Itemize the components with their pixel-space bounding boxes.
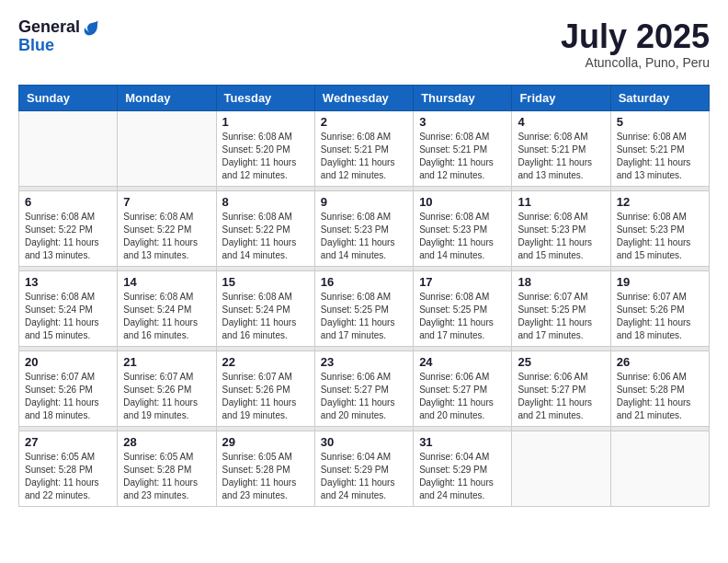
calendar-cell: 27Sunrise: 6:05 AMSunset: 5:28 PMDayligh… [19,431,118,506]
weekday-header-thursday: Thursday [414,85,512,110]
day-number: 21 [123,355,210,369]
calendar-cell: 1Sunrise: 6:08 AMSunset: 5:20 PMDaylight… [216,110,314,186]
calendar-cell: 8Sunrise: 6:08 AMSunset: 5:22 PMDaylight… [216,190,314,266]
calendar-cell: 11Sunrise: 6:08 AMSunset: 5:23 PMDayligh… [512,190,610,266]
logo: General Blue [18,18,100,55]
month-title: July 2025 [561,18,710,55]
calendar-cell: 4Sunrise: 6:08 AMSunset: 5:21 PMDaylight… [512,110,610,186]
day-number: 26 [617,355,703,369]
day-info: Sunrise: 6:07 AMSunset: 5:26 PMDaylight:… [617,291,703,342]
calendar-cell: 3Sunrise: 6:08 AMSunset: 5:21 PMDaylight… [414,110,512,186]
title-area: July 2025 Atuncolla, Puno, Peru [561,18,710,70]
calendar-cell: 17Sunrise: 6:08 AMSunset: 5:25 PMDayligh… [414,270,512,346]
day-number: 8 [222,195,309,209]
calendar-week-row: 20Sunrise: 6:07 AMSunset: 5:26 PMDayligh… [19,350,710,426]
weekday-header-sunday: Sunday [19,85,118,110]
weekday-header-monday: Monday [118,85,216,110]
day-info: Sunrise: 6:08 AMSunset: 5:21 PMDaylight:… [518,131,604,182]
calendar-week-row: 13Sunrise: 6:08 AMSunset: 5:24 PMDayligh… [19,270,710,346]
calendar-cell: 14Sunrise: 6:08 AMSunset: 5:24 PMDayligh… [118,270,216,346]
day-info: Sunrise: 6:08 AMSunset: 5:21 PMDaylight:… [617,131,703,182]
location-subtitle: Atuncolla, Puno, Peru [561,55,710,70]
calendar-week-row: 6Sunrise: 6:08 AMSunset: 5:22 PMDaylight… [19,190,710,266]
day-number: 6 [25,195,111,209]
calendar-cell: 12Sunrise: 6:08 AMSunset: 5:23 PMDayligh… [610,190,709,266]
calendar-cell: 7Sunrise: 6:08 AMSunset: 5:22 PMDaylight… [118,190,216,266]
calendar-cell: 19Sunrise: 6:07 AMSunset: 5:26 PMDayligh… [610,270,709,346]
day-info: Sunrise: 6:05 AMSunset: 5:28 PMDaylight:… [123,451,210,502]
day-info: Sunrise: 6:08 AMSunset: 5:22 PMDaylight:… [222,211,309,262]
logo-bird-icon [82,18,100,37]
calendar-week-row: 1Sunrise: 6:08 AMSunset: 5:20 PMDaylight… [19,110,710,186]
day-info: Sunrise: 6:08 AMSunset: 5:24 PMDaylight:… [222,291,309,342]
calendar-cell: 28Sunrise: 6:05 AMSunset: 5:28 PMDayligh… [118,431,216,506]
calendar-cell: 30Sunrise: 6:04 AMSunset: 5:29 PMDayligh… [314,431,413,506]
day-info: Sunrise: 6:08 AMSunset: 5:21 PMDaylight:… [321,131,407,182]
day-number: 19 [617,275,703,289]
day-info: Sunrise: 6:04 AMSunset: 5:29 PMDaylight:… [419,451,506,502]
calendar-cell: 18Sunrise: 6:07 AMSunset: 5:25 PMDayligh… [512,270,610,346]
day-info: Sunrise: 6:08 AMSunset: 5:22 PMDaylight:… [25,211,111,262]
calendar-cell [512,431,610,506]
weekday-header-saturday: Saturday [610,85,709,110]
calendar-cell: 25Sunrise: 6:06 AMSunset: 5:27 PMDayligh… [512,350,610,426]
day-info: Sunrise: 6:07 AMSunset: 5:26 PMDaylight:… [25,371,111,422]
calendar-cell: 31Sunrise: 6:04 AMSunset: 5:29 PMDayligh… [414,431,512,506]
day-number: 5 [617,115,703,129]
calendar-cell: 20Sunrise: 6:07 AMSunset: 5:26 PMDayligh… [19,350,118,426]
weekday-header-wednesday: Wednesday [314,85,413,110]
day-number: 27 [25,435,111,449]
day-info: Sunrise: 6:08 AMSunset: 5:24 PMDaylight:… [123,291,210,342]
calendar-cell: 24Sunrise: 6:06 AMSunset: 5:27 PMDayligh… [414,350,512,426]
calendar-cell: 23Sunrise: 6:06 AMSunset: 5:27 PMDayligh… [314,350,413,426]
day-info: Sunrise: 6:08 AMSunset: 5:25 PMDaylight:… [321,291,407,342]
day-number: 16 [321,275,407,289]
day-info: Sunrise: 6:08 AMSunset: 5:23 PMDaylight:… [518,211,604,262]
day-number: 9 [321,195,407,209]
calendar-table: SundayMondayTuesdayWednesdayThursdayFrid… [18,85,710,507]
logo-general-text: General [18,18,80,37]
day-info: Sunrise: 6:08 AMSunset: 5:22 PMDaylight:… [123,211,210,262]
day-info: Sunrise: 6:06 AMSunset: 5:27 PMDaylight:… [518,371,604,422]
calendar-cell: 15Sunrise: 6:08 AMSunset: 5:24 PMDayligh… [216,270,314,346]
day-number: 7 [123,195,210,209]
calendar-cell: 6Sunrise: 6:08 AMSunset: 5:22 PMDaylight… [19,190,118,266]
day-info: Sunrise: 6:08 AMSunset: 5:25 PMDaylight:… [419,291,506,342]
day-info: Sunrise: 6:05 AMSunset: 5:28 PMDaylight:… [222,451,309,502]
calendar-cell: 26Sunrise: 6:06 AMSunset: 5:28 PMDayligh… [610,350,709,426]
weekday-header-tuesday: Tuesday [216,85,314,110]
day-number: 20 [25,355,111,369]
day-info: Sunrise: 6:07 AMSunset: 5:25 PMDaylight:… [518,291,604,342]
day-number: 17 [419,275,506,289]
day-number: 31 [419,435,506,449]
day-info: Sunrise: 6:08 AMSunset: 5:20 PMDaylight:… [222,131,309,182]
calendar-cell [19,110,118,186]
day-info: Sunrise: 6:08 AMSunset: 5:21 PMDaylight:… [419,131,506,182]
day-number: 24 [419,355,506,369]
day-info: Sunrise: 6:05 AMSunset: 5:28 PMDaylight:… [25,451,111,502]
day-number: 10 [419,195,506,209]
logo-blue-text: Blue [18,37,100,55]
day-number: 25 [518,355,604,369]
day-info: Sunrise: 6:08 AMSunset: 5:24 PMDaylight:… [25,291,111,342]
day-number: 3 [419,115,506,129]
day-info: Sunrise: 6:08 AMSunset: 5:23 PMDaylight:… [617,211,703,262]
calendar-cell: 9Sunrise: 6:08 AMSunset: 5:23 PMDaylight… [314,190,413,266]
day-info: Sunrise: 6:07 AMSunset: 5:26 PMDaylight:… [123,371,210,422]
day-info: Sunrise: 6:07 AMSunset: 5:26 PMDaylight:… [222,371,309,422]
day-number: 15 [222,275,309,289]
day-number: 1 [222,115,309,129]
day-number: 28 [123,435,210,449]
calendar-week-row: 27Sunrise: 6:05 AMSunset: 5:28 PMDayligh… [19,431,710,506]
calendar-cell: 29Sunrise: 6:05 AMSunset: 5:28 PMDayligh… [216,431,314,506]
calendar-cell [118,110,216,186]
calendar-cell: 2Sunrise: 6:08 AMSunset: 5:21 PMDaylight… [314,110,413,186]
day-info: Sunrise: 6:04 AMSunset: 5:29 PMDaylight:… [321,451,407,502]
day-info: Sunrise: 6:06 AMSunset: 5:27 PMDaylight:… [321,371,407,422]
day-number: 29 [222,435,309,449]
day-number: 4 [518,115,604,129]
day-info: Sunrise: 6:06 AMSunset: 5:28 PMDaylight:… [617,371,703,422]
day-info: Sunrise: 6:06 AMSunset: 5:27 PMDaylight:… [419,371,506,422]
calendar-cell: 10Sunrise: 6:08 AMSunset: 5:23 PMDayligh… [414,190,512,266]
day-number: 14 [123,275,210,289]
